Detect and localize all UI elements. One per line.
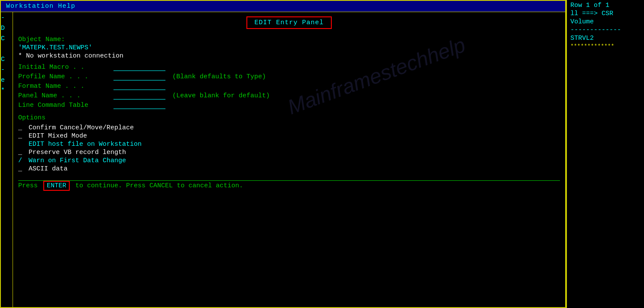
sidebar-row-info: Row 1 of 1 <box>570 2 641 9</box>
option-row-4: _ Preserve VB record length <box>18 149 560 156</box>
panel-name-row: Panel Name . . . (Leave blank for defaul… <box>18 92 560 99</box>
cancel-keyword: CANCEL <box>149 182 173 189</box>
line-command-label: Line Command Table <box>18 102 113 109</box>
workstation-title: Workstation Help <box>6 3 75 10</box>
option-text-2: EDIT Mixed Mode <box>29 132 87 140</box>
left-column: - D C C - e * <box>1 12 13 307</box>
footer-bar: Press ENTER to continue. Press CANCEL to… <box>18 180 560 191</box>
panel-title: EDIT Entry Panel <box>246 16 331 29</box>
margin-char-2: D <box>1 23 13 34</box>
profile-name-hint: (Blank defaults to Type) <box>172 73 266 80</box>
option-char-1: _ <box>18 124 29 132</box>
option-row-1: _ Confirm Cancel/Move/Replace <box>18 124 560 132</box>
no-workstation-msg: * No workstation connection <box>18 52 560 60</box>
option-row-5: / Warn on First Data Change <box>18 157 560 164</box>
format-name-label: Format Name . . . <box>18 83 113 90</box>
continue-text: to continue. Press <box>75 182 146 189</box>
initial-macro-row: Initial Macro . . <box>18 63 560 71</box>
option-row-3: EDIT host file on Workstation <box>18 141 560 148</box>
options-section: Options _ Confirm Cancel/Move/Replace _ … <box>18 114 560 173</box>
inner-layout: - D C C - e * Mainframestechhelp EDIT En… <box>1 12 565 307</box>
sidebar: Row 1 of 1 ll ===> CSR Volume ----------… <box>566 0 644 308</box>
margin-char-3: C <box>1 34 13 44</box>
option-text-5: Warn on First Data Change <box>29 157 126 164</box>
option-text-1: Confirm Cancel/Move/Replace <box>29 124 134 132</box>
sidebar-stars: ************* <box>570 43 641 49</box>
sidebar-strvl: STRVL2 <box>570 35 641 42</box>
format-name-input[interactable] <box>113 82 165 90</box>
format-name-row: Format Name . . . <box>18 82 560 90</box>
initial-macro-input[interactable] <box>113 63 165 71</box>
panel-title-row: EDIT Entry Panel <box>18 16 560 29</box>
cancel-action-text: to cancel action. <box>177 182 243 189</box>
line-command-input[interactable] <box>113 101 165 109</box>
initial-macro-label: Initial Macro . . <box>18 64 113 71</box>
option-char-3 <box>18 141 29 148</box>
main-area: Workstation Help - D C C - e * Mainframe… <box>0 0 566 308</box>
margin-char-6: - <box>1 65 13 75</box>
profile-name-row: Profile Name . . . (Blank defaults to Ty… <box>18 73 560 80</box>
option-row-6: _ ASCII data <box>18 165 560 173</box>
option-text-6: ASCII data <box>29 165 68 173</box>
margin-char-7: e <box>1 75 13 86</box>
main-content: Mainframestechhelp EDIT Entry Panel Obje… <box>13 12 565 307</box>
enter-box[interactable]: ENTER <box>43 181 70 191</box>
sidebar-volume-label: Volume <box>570 18 641 26</box>
profile-name-label: Profile Name . . . <box>18 73 113 80</box>
option-char-6: _ <box>18 165 29 173</box>
object-name-value: 'MATEPK.TEST.NEWPS' <box>18 44 560 51</box>
option-char-2: _ <box>18 132 29 140</box>
option-text-4: Preserve VB record length <box>29 149 126 156</box>
line-command-row: Line Command Table <box>18 101 560 109</box>
sidebar-ll-info: ll ===> CSR <box>570 10 641 17</box>
object-name-label: Object Name: <box>18 36 560 43</box>
option-row-2: _ EDIT Mixed Mode <box>18 132 560 140</box>
sidebar-dashes: ------------- <box>570 26 641 34</box>
top-bar: Workstation Help <box>1 1 565 12</box>
press-label: Press <box>18 182 38 189</box>
margin-char-5: C <box>1 55 13 65</box>
margin-char-4 <box>1 44 13 55</box>
option-text-3: EDIT host file on Workstation <box>29 141 142 148</box>
option-char-5: / <box>18 157 29 164</box>
panel-name-label: Panel Name . . . <box>18 92 113 99</box>
panel-name-hint: (Leave blank for default) <box>172 92 270 99</box>
option-char-4: _ <box>18 149 29 156</box>
profile-name-input[interactable] <box>113 73 165 80</box>
margin-char-8: * <box>1 86 13 96</box>
options-title: Options <box>18 114 560 122</box>
margin-char-1: - <box>1 13 13 23</box>
panel-name-input[interactable] <box>113 92 165 99</box>
